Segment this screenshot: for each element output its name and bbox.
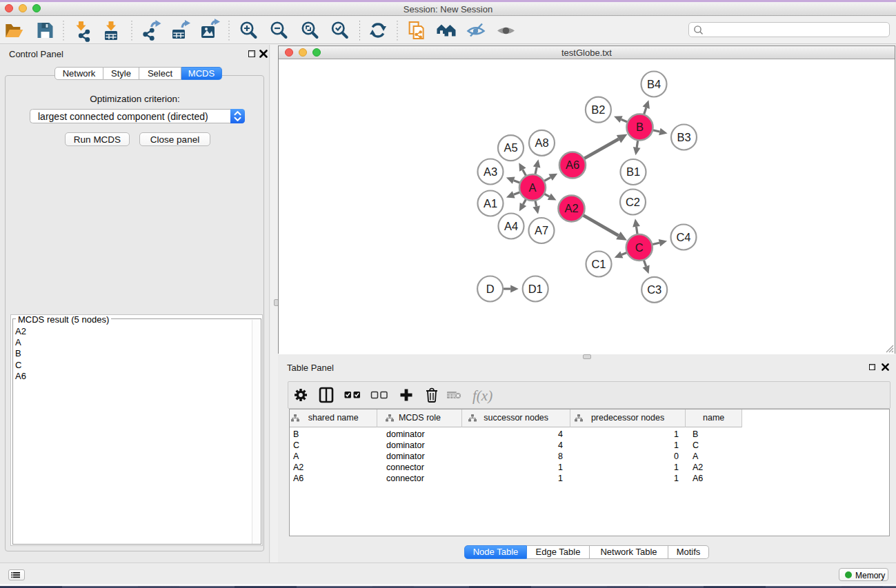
svg-text:C4: C4 <box>676 231 690 243</box>
svg-text:C: C <box>635 241 644 254</box>
svg-text:A8: A8 <box>535 136 548 149</box>
svg-text:C2: C2 <box>626 196 640 208</box>
svg-text:C1: C1 <box>591 258 606 270</box>
svg-text:A1: A1 <box>484 197 497 210</box>
svg-text:f(x): f(x) <box>472 387 492 404</box>
svg-text:A: A <box>528 181 536 194</box>
svg-text:A7: A7 <box>535 224 548 236</box>
svg-text:A6: A6 <box>566 159 579 171</box>
svg-text:A5: A5 <box>504 141 517 154</box>
svg-text:D: D <box>486 283 495 295</box>
svg-text:A2: A2 <box>564 202 578 214</box>
svg-text:A4: A4 <box>504 220 518 232</box>
svg-text:A3: A3 <box>484 165 497 178</box>
svg-text:B: B <box>636 121 644 133</box>
svg-text:B2: B2 <box>591 103 605 116</box>
svg-text:B3: B3 <box>677 131 690 143</box>
svg-text:D1: D1 <box>528 283 543 295</box>
svg-text:B1: B1 <box>626 165 640 178</box>
svg-text:C3: C3 <box>647 283 661 296</box>
svg-text:B4: B4 <box>647 78 661 90</box>
